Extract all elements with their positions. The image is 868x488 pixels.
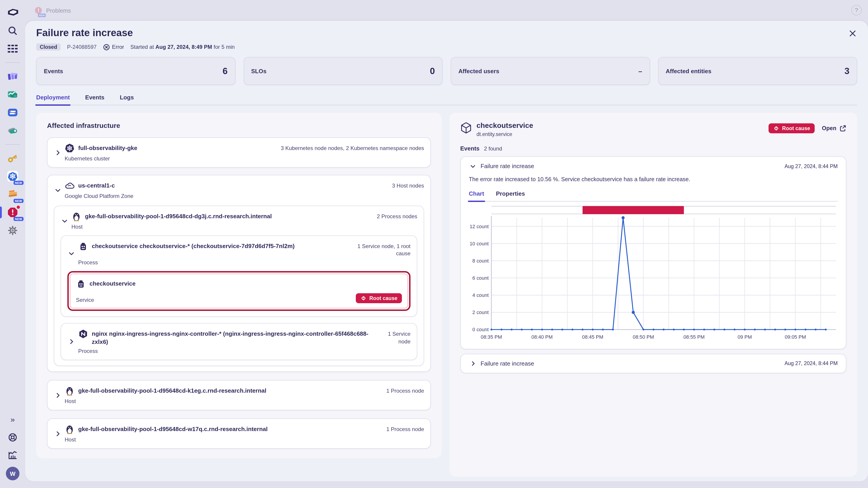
dynatrace-logo-glyph: [6, 7, 19, 18]
node-meta: 1 Process node: [386, 424, 424, 433]
error-circle-x-icon: [103, 43, 110, 51]
node-meta: 1 Service node: [374, 329, 410, 345]
entity-detail-panel: checkoutservice dt.entity.service Root c…: [450, 112, 857, 477]
node-meta: 3 Host nodes: [392, 181, 424, 189]
svg-text:08:45 PM: 08:45 PM: [582, 334, 603, 339]
svg-text:10 count: 10 count: [470, 240, 489, 246]
node-subtitle: Google Cloud Platform Zone: [65, 193, 133, 199]
linux-host-icon: [65, 386, 74, 396]
tree-node-host-k1eg[interactable]: gke-full-observability-pool-1-d95648cd-k…: [47, 380, 431, 411]
node-title: full-observability-gke: [78, 143, 277, 152]
tree-node-process-checkoutservice[interactable]: checkoutservice checkoutservice-* (check…: [61, 235, 417, 317]
event-header[interactable]: Failure rate increase Aug 27, 2024, 8:44…: [469, 163, 838, 169]
sidebar-app-launchpads-icon[interactable]: [0, 122, 25, 140]
tree-node-host-w17q[interactable]: gke-full-observability-pool-1-d95648cd-w…: [47, 419, 431, 449]
main-tabs: Deployment Events Logs: [36, 94, 857, 105]
status-badge: Closed: [36, 43, 61, 51]
help-lifebuoy-icon[interactable]: [0, 428, 25, 447]
sidebar-divider: [5, 62, 20, 63]
app-grid-icon[interactable]: [0, 40, 25, 58]
chevron-down-icon[interactable]: [470, 162, 476, 170]
node-meta: 3 Kubernetes node nodes, 2 Kubernetes na…: [281, 143, 424, 152]
node-title: gke-full-observability-pool-1-d95648cd-d…: [85, 212, 373, 220]
svg-text:08:50 PM: 08:50 PM: [633, 334, 654, 339]
topbar-tab-problems[interactable]: Problems NEW: [34, 6, 71, 14]
sidebar-app-access-key-icon[interactable]: [0, 149, 25, 167]
affected-infrastructure-panel: Affected infrastructure full-observabili…: [36, 112, 442, 458]
tree-node-host-dg3j[interactable]: gke-full-observability-pool-1-d95648cd-d…: [54, 205, 424, 366]
tree-node-service-checkoutservice-root-cause[interactable]: checkoutservice Service Root cause: [67, 271, 410, 311]
process-icon: [78, 241, 88, 251]
failure-rate-chart: 0 count2 count4 count6 count8 count10 co…: [469, 205, 838, 341]
failure-rate-chart-container: 0 count2 count4 count6 count8 count10 co…: [469, 205, 838, 343]
sidebar-app-logs-icon[interactable]: NEW: [0, 185, 25, 203]
tab-chart[interactable]: Chart: [469, 190, 484, 201]
svg-text:08:55 PM: 08:55 PM: [683, 334, 705, 339]
stats-row: Events 6 SLOs 0 Affected users – Affecte…: [36, 57, 857, 85]
node-title: gke-full-observability-pool-1-d95648cd-w…: [78, 424, 383, 433]
sidebar-app-problems-icon[interactable]: NEW: [0, 203, 25, 221]
tab-logs[interactable]: Logs: [120, 94, 134, 105]
svg-text:4 count: 4 count: [472, 292, 489, 298]
sidebar-app-workflows-icon[interactable]: [0, 103, 25, 122]
user-avatar[interactable]: W: [0, 464, 25, 483]
open-button[interactable]: Open: [822, 125, 846, 132]
svg-text:0 count: 0 count: [472, 326, 489, 332]
chevron-right-icon[interactable]: [67, 339, 75, 345]
help-icon[interactable]: ?: [851, 5, 862, 15]
event-title: Failure rate increase: [480, 163, 781, 169]
new-badge: NEW: [13, 217, 24, 221]
svg-text:12 count: 12 count: [470, 223, 489, 229]
node-subtitle: Host: [71, 224, 83, 230]
problem-meta: Closed P-24088597 Error Started at Aug 2…: [36, 43, 857, 51]
chevron-right-icon[interactable]: [54, 149, 62, 156]
problem-id: P-24088597: [67, 44, 97, 50]
nginx-icon: [78, 329, 88, 339]
search-icon[interactable]: [0, 22, 25, 40]
stat-card-affected-entities: Affected entities 3: [658, 57, 857, 85]
stat-card-events: Events 6: [36, 57, 235, 85]
sidebar-app-notebooks-icon[interactable]: [0, 86, 25, 103]
dynatrace-logo-icon[interactable]: [0, 4, 25, 22]
new-badge: NEW: [38, 13, 46, 17]
node-meta: 2 Process nodes: [377, 212, 417, 220]
svg-text:8 count: 8 count: [472, 258, 489, 263]
tab-deployment[interactable]: Deployment: [36, 94, 70, 105]
expand-sidebar-icon[interactable]: »: [0, 410, 25, 428]
chevron-down-icon[interactable]: [55, 186, 61, 194]
svg-text:2 count: 2 count: [472, 309, 489, 315]
node-title: checkoutservice checkoutservice-* (check…: [92, 241, 347, 250]
event-date: Aug 27, 2024, 8:44 PM: [784, 361, 838, 366]
tab-properties[interactable]: Properties: [496, 190, 525, 201]
sidebar-divider: [5, 144, 20, 144]
chevron-right-icon[interactable]: [54, 431, 62, 437]
sidebar-app-clouds-icon[interactable]: [0, 67, 25, 86]
chevron-right-icon[interactable]: [469, 361, 477, 366]
event-header[interactable]: Failure rate increase Aug 27, 2024, 8:44…: [469, 360, 838, 367]
node-meta: 1 Process node: [386, 386, 424, 395]
node-title: checkoutservice: [90, 279, 402, 288]
close-icon[interactable]: [849, 30, 856, 39]
sidebar-app-kubernetes-icon[interactable]: NEW: [0, 167, 25, 185]
service-icon: [76, 279, 86, 289]
tree-node-kubernetes-cluster[interactable]: full-observability-gke 3 Kubernetes node…: [47, 137, 431, 168]
chevron-right-icon[interactable]: [54, 392, 62, 398]
tab-events[interactable]: Events: [85, 94, 104, 105]
tree-node-process-nginx[interactable]: nginx nginx-ingress-ingress-nginx-contro…: [61, 323, 417, 360]
stat-card-affected-users: Affected users –: [451, 57, 650, 85]
app-sidebar: NEW NEW NEW » W: [0, 0, 25, 488]
usage-analytics-icon[interactable]: [0, 447, 25, 464]
svg-text:6 count: 6 count: [472, 275, 489, 281]
topbar: Problems NEW ?: [25, 0, 868, 21]
svg-text:09 PM: 09 PM: [738, 334, 752, 339]
root-cause-diamond-icon: [360, 295, 367, 302]
new-badge: NEW: [13, 199, 24, 203]
svg-text:08:40 PM: 08:40 PM: [531, 334, 553, 339]
settings-gear-icon[interactable]: [0, 221, 25, 239]
node-subtitle: Kubernetes cluster: [65, 156, 110, 162]
severity-label: Error: [112, 44, 124, 50]
tree-node-gcp-zone[interactable]: us-central1-c 3 Host nodes Google Cloud …: [47, 175, 431, 372]
chevron-down-icon[interactable]: [68, 250, 74, 258]
chevron-down-icon[interactable]: [61, 217, 68, 225]
svg-text:08:35 PM: 08:35 PM: [481, 334, 502, 339]
